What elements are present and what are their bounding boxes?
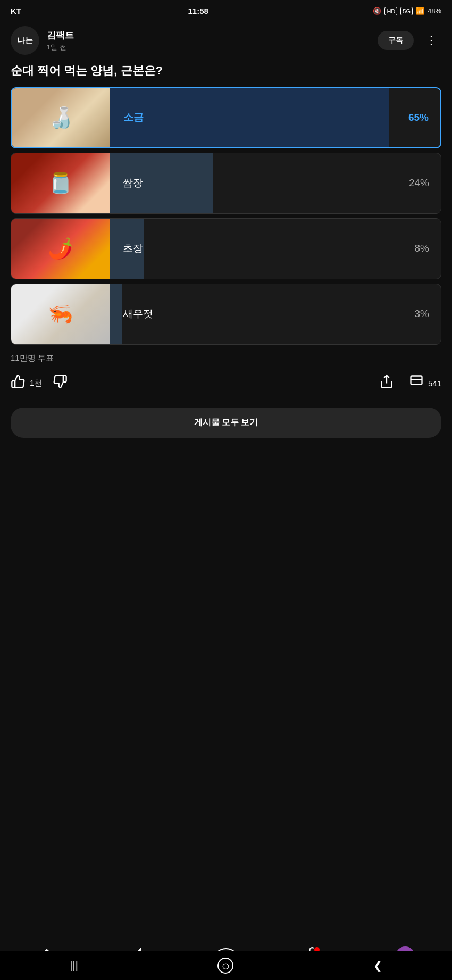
hd-icon: HD [384,7,397,15]
poll-percent-2: 8% [415,243,429,254]
poll-percent-1: 24% [409,177,429,189]
poll-label-0: 소금 [123,111,144,124]
poll-option-3[interactable]: 🦐 새우젓 3% [11,284,441,345]
5g-icon: 5G [400,7,413,15]
food-image-ssamjang: 🫙 [11,153,110,214]
comment-count: 541 [428,379,441,388]
food-image-salt: 🍶 [12,87,110,148]
channel-name: 김팩트 [47,29,370,41]
recent-apps-button[interactable]: ||| [70,960,78,972]
comment-icon[interactable] [409,374,424,393]
vote-count: 11만명 투표 [0,345,452,368]
dislike-group [53,374,68,393]
system-nav-bar: ||| ○ ❮ [0,951,452,980]
subscribe-button[interactable]: 구독 [378,31,414,50]
dislike-icon[interactable] [53,374,68,393]
poll-percent-3: 3% [415,308,429,320]
comment-group: 541 [409,374,441,393]
view-all-button[interactable]: 게시물 모두 보기 [11,408,441,438]
like-icon[interactable] [11,374,26,393]
poll-image-1: 🫙 [11,153,110,214]
poll-bar-0 [110,88,389,147]
poll-option-2[interactable]: 🌶️ 초장 8% [11,218,441,279]
poll-label-3: 새우젓 [123,307,153,321]
poll-image-3: 🦐 [11,284,110,345]
battery-icon: 48% [428,7,441,15]
status-bar: KT 11:58 🔇 HD 5G 📶 48% [0,0,452,20]
channel-avatar[interactable]: 나는 [11,26,39,55]
signal-icon: 📶 [416,7,424,15]
more-options-button[interactable]: ⋮ [421,31,441,49]
share-icon[interactable] [379,374,394,393]
poll-container: 🍶 소금 65% 🫙 쌈장 24% 🌶️ 초장 8% 🦐 새우젓 3% [0,87,452,345]
poll-label-2: 초장 [123,242,143,255]
poll-option-0[interactable]: 🍶 소금 65% [11,87,441,148]
poll-bar-3 [110,284,122,344]
like-count: 1천 [30,378,42,388]
status-carrier-time: KT [11,6,21,15]
like-group: 1천 [11,374,42,393]
poll-option-1[interactable]: 🫙 쌈장 24% [11,153,441,214]
post-title: 순대 찍어 먹는 양념, 근본은? [0,61,452,87]
channel-info: 김팩트 1일 전 [47,29,370,52]
channel-header: 나는 김팩트 1일 전 구독 ⋮ [0,20,452,61]
poll-image-2: 🌶️ [11,218,110,279]
home-button[interactable]: ○ [217,958,233,974]
status-icons: 🔇 HD 5G 📶 48% [373,7,441,15]
share-group [379,374,394,393]
food-image-chojang: 🌶️ [11,218,110,279]
mute-icon: 🔇 [373,7,381,15]
back-button[interactable]: ❮ [373,959,382,972]
poll-percent-0: 65% [408,112,429,123]
food-image-saeujeot: 🦐 [11,284,110,345]
poll-label-1: 쌈장 [123,176,143,190]
poll-image-0: 🍶 [12,87,110,148]
action-bar: 1천 541 [0,368,452,399]
status-time: 11:58 [188,6,208,15]
channel-time: 1일 전 [47,43,370,52]
